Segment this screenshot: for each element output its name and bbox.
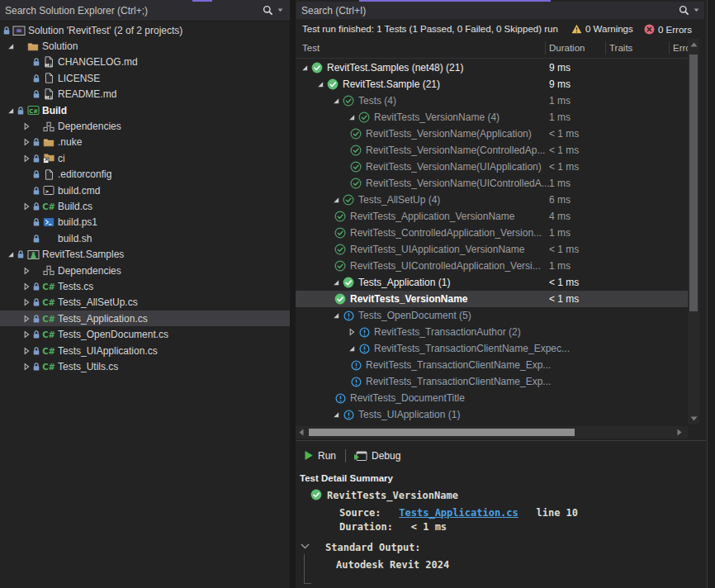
tree-item-build-cs[interactable]: C#Build.cs (0, 198, 290, 214)
test-row-revittests-versionname-controlledap[interactable]: RevitTests_VersionName(ControlledAp...< … (296, 142, 688, 159)
test-row-revittests-transactionclientname-exp[interactable]: RevitTests_TransactionClientName_Exp... (296, 357, 688, 373)
test-row-revittests-versionname[interactable]: RevitTests_VersionName< 1 ms (296, 291, 688, 307)
debug-button[interactable]: Debug (353, 450, 400, 462)
tree-item-build[interactable]: C#Build (0, 102, 290, 118)
tree-item-tests-opendocument-cs[interactable]: C#Tests_OpenDocument.cs (0, 326, 290, 342)
search-options-caret-icon[interactable] (694, 8, 699, 12)
expander-expanded-icon[interactable] (7, 107, 15, 115)
tree-item-tests-utils-cs[interactable]: C#Tests_Utils.cs (0, 358, 290, 374)
tree-item-dependencies[interactable]: Dependencies (0, 118, 290, 134)
expander-collapsed-icon[interactable] (22, 330, 31, 339)
search-options-caret-icon[interactable] (277, 8, 283, 12)
expander-expanded-icon[interactable] (7, 250, 15, 258)
scroll-left-button[interactable] (296, 426, 307, 439)
scroll-down-button[interactable] (688, 413, 699, 424)
test-row-revittests-versionname-application[interactable]: RevitTests_VersionName(Application)< 1 m… (296, 126, 688, 142)
tree-item-tests-allsetup-cs[interactable]: C#Tests_AllSetUp.cs (0, 295, 290, 311)
tree-item-editorconfig[interactable]: .editorconfig (0, 167, 290, 183)
expander-expanded-icon[interactable] (7, 42, 15, 50)
expander-collapsed-icon[interactable] (22, 347, 31, 355)
column-separator[interactable] (605, 41, 606, 55)
test-row-revittests-documenttitle[interactable]: RevitTests_DocumentTitle (296, 390, 688, 406)
test-row-revittests-versionname-4[interactable]: RevitTests_VersionName (4)1 ms (296, 109, 688, 126)
test-row-revittests-transactionauthor-2[interactable]: RevitTests_TransactionAuthor (2) (296, 324, 688, 340)
expander-expanded-icon[interactable] (301, 64, 309, 72)
expander-expanded-icon[interactable] (332, 196, 340, 204)
test-row-revittests-uicontrolledapplication-versi[interactable]: RevitTests_UIControlledApplication_Versi… (296, 258, 688, 274)
expander-expanded-icon[interactable] (332, 311, 340, 320)
expander-expanded-icon[interactable] (332, 97, 340, 105)
tree-item-build-cmd[interactable]: >_build.cmd (0, 183, 290, 198)
test-row-duration: 4 ms (549, 208, 571, 225)
test-row-revittests-transactionclientname-exp[interactable]: RevitTests_TransactionClientName_Exp... (296, 373, 688, 390)
solution-explorer-search-box[interactable]: Search Solution Explorer (Ctrl+;) (0, 0, 290, 21)
expander-expanded-icon[interactable] (316, 80, 324, 88)
test-row-tests-4[interactable]: Tests (4)1 ms (296, 92, 688, 109)
horizontal-scrollbar-thumb[interactable] (309, 429, 575, 436)
tree-item-tests-cs[interactable]: C#Tests.cs (0, 278, 290, 294)
tree-item-solution[interactable]: Solution (0, 38, 290, 54)
test-row-tests-uiapplication-1[interactable]: Tests_UIApplication (1) (296, 406, 688, 423)
test-row-revittests-versionname-uicontrolleda[interactable]: RevitTests_VersionName(UIControlledA...1… (296, 175, 688, 192)
test-row-revittests-uiapplication-versionname[interactable]: RevitTests_UIApplication_VersionName< 1 … (296, 241, 688, 258)
test-row-revittests-transactionclientname-expec[interactable]: RevitTests_TransactionClientName_Expec..… (296, 340, 688, 357)
lock-icon (32, 314, 40, 324)
test-row-label: Tests_AllSetUp (4) (358, 194, 440, 206)
warnings-indicator[interactable]: 0 Warnings (571, 24, 633, 34)
test-row-revittest-sample-21[interactable]: RevitTest.Sample (21)9 ms (296, 76, 688, 92)
expander-collapsed-icon[interactable] (22, 298, 31, 306)
search-icon[interactable] (263, 5, 273, 16)
tree-item-ci[interactable]: ci (0, 150, 290, 166)
tree-item-tests-application-cs[interactable]: C#Tests_Application.cs (0, 311, 290, 326)
detail-source-row: Source: Tests_Application.cs line 10 (339, 507, 578, 519)
expander-collapsed-icon[interactable] (22, 267, 31, 275)
column-separator[interactable] (545, 41, 546, 55)
test-row-revittests-controlledapplication-version[interactable]: RevitTests_ControlledApplication_Version… (296, 225, 688, 241)
expander-expanded-icon[interactable] (348, 344, 356, 353)
test-row-tests-allsetup-4[interactable]: Tests_AllSetUp (4)6 ms (296, 192, 688, 208)
tree-item-dependencies[interactable]: Dependencies (0, 263, 290, 278)
tree-item-build-ps1[interactable]: build.ps1 (0, 215, 290, 230)
test-row-revittests-application-versionname[interactable]: RevitTests_Application_VersionName4 ms (296, 208, 688, 225)
expander-expanded-icon[interactable] (332, 410, 340, 419)
source-file-link[interactable]: Tests_Application.cs (399, 507, 518, 519)
column-header-test[interactable]: Test (302, 43, 542, 53)
tree-item-readme-md[interactable]: M↓README.md (0, 87, 290, 102)
test-explorer-search-box[interactable]: Search (Ctrl+I) (296, 2, 704, 19)
scroll-right-button[interactable] (674, 426, 685, 439)
test-row-revittest-samples-net48-21[interactable]: RevitTest.Samples (net48) (21)9 ms (296, 59, 688, 76)
errors-indicator[interactable]: 0 Errors (644, 24, 692, 35)
expander-expanded-icon[interactable] (332, 278, 340, 287)
tree-item-nuke[interactable]: .nuke (0, 135, 290, 150)
expander-collapsed-icon[interactable] (22, 202, 31, 211)
chevron-down-icon[interactable] (301, 543, 310, 549)
column-separator[interactable] (669, 41, 670, 55)
expander-expanded-icon[interactable] (348, 113, 356, 121)
tree-item-license[interactable]: LICENSE (0, 70, 290, 86)
tree-item-build-sh[interactable]: build.sh (0, 230, 290, 246)
expander-collapsed-icon[interactable] (348, 328, 356, 336)
test-row-revittests-versionname-uiapplication[interactable]: RevitTests_VersionName(UIApplication)< 1… (296, 159, 688, 175)
test-row-tests-opendocument-5[interactable]: Tests_OpenDocument (5) (296, 307, 688, 324)
tree-item-solution-revittest-2-of-2-projects[interactable]: ∞Solution 'RevitTest' (2 of 2 projects) (0, 22, 290, 38)
expander-collapsed-icon[interactable] (22, 363, 31, 371)
expander-collapsed-icon[interactable] (22, 315, 31, 323)
scroll-up-button[interactable] (688, 39, 699, 50)
expander-collapsed-icon[interactable] (22, 282, 31, 291)
tree-item-revittest-samples[interactable]: RevitTest.Samples (0, 246, 290, 262)
expander-collapsed-icon[interactable] (22, 138, 31, 146)
tree-item-tests-uiapplication-cs[interactable]: C#Tests_UIApplication.cs (0, 343, 290, 358)
test-row-tests-application-1[interactable]: Tests_Application (1)< 1 ms (296, 274, 688, 291)
search-icon[interactable] (679, 5, 689, 16)
panel-splitter[interactable] (290, 0, 296, 588)
column-header-traits[interactable]: Traits (609, 43, 667, 53)
lock-icon (32, 217, 40, 227)
tree-item-changelog-md[interactable]: M↓CHANGELOG.md (0, 55, 290, 70)
horizontal-scrollbar[interactable] (296, 426, 688, 439)
vertical-scrollbar-thumb[interactable] (689, 55, 698, 311)
expander-collapsed-icon[interactable] (22, 122, 31, 130)
column-header-duration[interactable]: Duration (549, 43, 603, 53)
run-button[interactable]: Run (304, 450, 336, 462)
vertical-scrollbar[interactable] (688, 39, 699, 424)
expander-collapsed-icon[interactable] (22, 154, 31, 163)
